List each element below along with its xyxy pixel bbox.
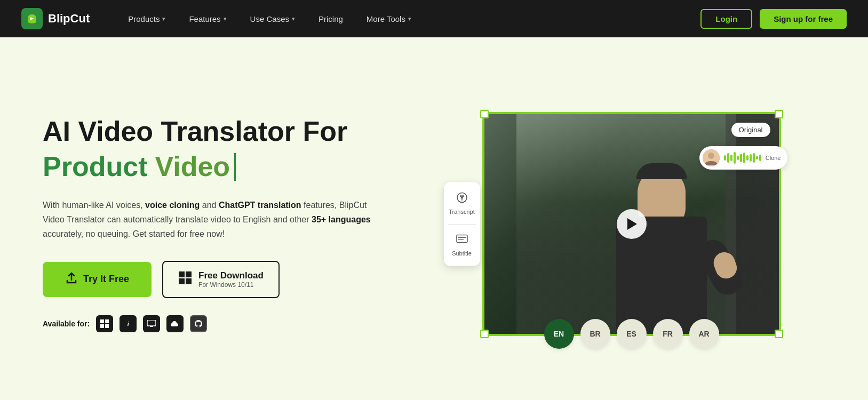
clone-bubble: Clone: [699, 146, 787, 170]
svg-rect-8: [147, 320, 156, 326]
download-button-text: Free Download For Windows 10/11: [198, 270, 264, 289]
logo-text: BlipCut: [48, 12, 90, 26]
lang-fr[interactable]: FR: [653, 319, 683, 349]
original-label: Original: [731, 123, 770, 137]
hero-description: With human-like AI voices, voice cloning…: [43, 198, 373, 242]
subtitle-icon: [456, 235, 468, 248]
corner-handle-tr: [775, 110, 783, 118]
svg-rect-3: [186, 278, 192, 284]
svg-point-11: [461, 197, 463, 199]
nav-pricing[interactable]: Pricing: [307, 0, 355, 37]
svg-rect-1: [186, 271, 192, 277]
lang-ar[interactable]: AR: [689, 319, 719, 349]
navbar: BlipCut Products ▾ Features ▾ Use Cases …: [0, 0, 868, 37]
nav-menu: Products ▾ Features ▾ Use Cases ▾ Pricin…: [116, 0, 700, 37]
hero-section: AI Video Translator For Product Video Wi…: [0, 37, 868, 400]
svg-rect-2: [179, 278, 185, 284]
try-free-button[interactable]: Try It Free: [43, 262, 152, 297]
chevron-down-icon: ▾: [162, 15, 165, 22]
transcript-icon: [456, 192, 468, 206]
svg-rect-9: [150, 326, 153, 327]
nav-products[interactable]: Products ▾: [116, 0, 177, 37]
intel-platform-icon: i: [120, 315, 137, 332]
text-cursor: [234, 153, 236, 181]
chevron-down-icon: ▾: [224, 15, 227, 22]
available-for: Available for: i: [43, 315, 405, 332]
lang-en[interactable]: EN: [544, 319, 574, 349]
display-platform-icon: [143, 315, 160, 332]
nav-more-tools[interactable]: More Tools ▾: [355, 0, 423, 37]
clone-avatar: [703, 149, 720, 166]
nav-features[interactable]: Features ▾: [177, 0, 238, 37]
login-button[interactable]: Login: [700, 9, 752, 29]
nav-use-cases[interactable]: Use Cases ▾: [238, 0, 307, 37]
windows-platform-icon: [96, 315, 113, 332]
hero-buttons: Try It Free Free Download For Windows 10…: [43, 261, 405, 298]
play-button[interactable]: [617, 209, 647, 239]
chevron-down-icon: ▾: [292, 15, 295, 22]
logo-icon: [21, 8, 43, 29]
free-download-button[interactable]: Free Download For Windows 10/11: [162, 261, 280, 298]
windows-icon: [178, 271, 192, 288]
hero-content: AI Video Translator For Product Video Wi…: [43, 116, 405, 332]
cloud-platform-icon: [166, 315, 184, 332]
svg-point-16: [708, 153, 714, 159]
tool-divider: [448, 225, 476, 225]
language-row: EN BR ES FR AR: [544, 319, 719, 349]
corner-handle-bl: [480, 330, 489, 338]
transcript-tool[interactable]: Transcript: [448, 188, 476, 219]
github-platform-icon: [190, 315, 207, 332]
svg-rect-7: [105, 324, 109, 328]
svg-rect-0: [179, 271, 185, 277]
sidebar-tools: Transcript Subtitle: [444, 182, 480, 266]
play-icon: [627, 218, 637, 230]
corner-handle-br: [775, 330, 783, 338]
hero-video: Original Transcript: [437, 112, 825, 336]
waveform: [724, 152, 761, 164]
upload-icon: [65, 271, 78, 287]
signup-button[interactable]: Sign up for free: [760, 9, 847, 29]
lang-es[interactable]: ES: [617, 319, 647, 349]
navbar-actions: Login Sign up for free: [700, 9, 847, 29]
chevron-down-icon: ▾: [408, 15, 411, 22]
lang-br[interactable]: BR: [580, 319, 610, 349]
hero-title-line1: AI Video Translator For: [43, 116, 405, 148]
hero-title-line2: Product Video: [43, 151, 405, 183]
svg-rect-4: [100, 319, 104, 323]
svg-rect-12: [457, 235, 467, 243]
corner-handle-tl: [480, 110, 489, 118]
subtitle-tool[interactable]: Subtitle: [448, 230, 476, 261]
logo[interactable]: BlipCut: [21, 8, 90, 29]
svg-rect-6: [100, 324, 104, 328]
svg-rect-5: [105, 319, 109, 323]
video-container: Original Transcript: [482, 112, 781, 336]
